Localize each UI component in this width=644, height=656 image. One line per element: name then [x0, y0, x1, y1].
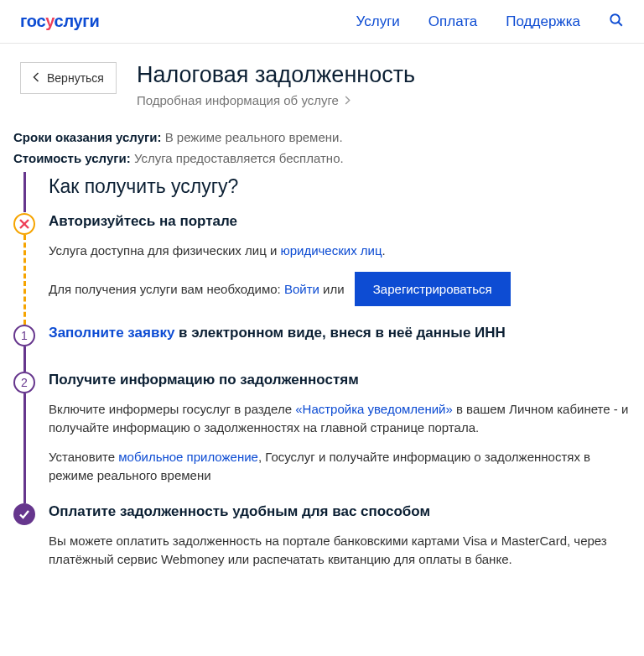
how-to-title: Как получить услугу? [49, 175, 238, 198]
logo-part: гос [20, 12, 45, 30]
logo[interactable]: госуслуги [20, 12, 99, 31]
fact-timing: Сроки оказания услуги: В режиме реальног… [13, 130, 631, 144]
page-title: Налоговая задолженность [137, 62, 415, 88]
steps: Как получить услугу? Авторизуйтесь на по… [0, 172, 644, 607]
nav-payment[interactable]: Оплата [428, 13, 477, 30]
step-text: Включите информеры госуслуг в разделе «Н… [49, 400, 631, 437]
logo-part: у [45, 12, 54, 30]
logo-part: слуги [55, 12, 100, 30]
title-row: Вернуться Налоговая задолженность Подроб… [0, 44, 644, 115]
step-pay: Оплатите задолженность удобным для вас с… [13, 503, 631, 587]
register-button[interactable]: Зарегистрироваться [355, 272, 511, 306]
cross-icon [13, 213, 35, 235]
step-text: Установите мобильное приложение, Госуслу… [49, 448, 631, 485]
connector [23, 346, 26, 372]
main-nav: Услуги Оплата Поддержка [356, 13, 624, 31]
step-text: Вы можете оплатить задолженность на порт… [49, 532, 631, 569]
step-text: Для получения услуги вам необходимо: Вой… [49, 272, 631, 306]
title-block: Налоговая задолженность Подробная информ… [137, 62, 415, 108]
fact-cost: Стоимость услуги: Услуга предоставляется… [13, 151, 631, 165]
fact-value: В режиме реального времени. [165, 130, 343, 144]
header: госуслуги Услуги Оплата Поддержка [0, 0, 644, 44]
back-label: Вернуться [47, 71, 104, 85]
step-number-icon: 2 [13, 372, 35, 393]
service-facts: Сроки оказания услуги: В режиме реальног… [0, 115, 644, 165]
fact-label: Сроки оказания услуги: [13, 130, 162, 144]
step-get-info: 2 Получите информацию по задолженностям … [13, 372, 631, 503]
connector [13, 172, 35, 213]
search-icon[interactable] [609, 13, 624, 31]
step-text: Услуга доступна для физических лиц и юри… [49, 242, 631, 260]
connector [23, 393, 26, 503]
link-fill-application[interactable]: Заполните заявку [49, 325, 174, 341]
step-fill-form: 1 Заполните заявку в электронном виде, в… [13, 325, 631, 372]
link-mobile-app[interactable]: мобильное приложение [118, 450, 258, 464]
link-legal-entities[interactable]: юридических лиц [280, 243, 382, 258]
detailed-info-label: Подробная информация об услуге [137, 93, 339, 107]
link-notification-settings[interactable]: «Настройка уведомлений» [295, 402, 453, 416]
nav-support[interactable]: Поддержка [506, 13, 580, 30]
step-title: Заполните заявку в электронном виде, вне… [49, 325, 631, 341]
chevron-right-icon [344, 93, 351, 107]
fact-value: Услуга предоставляется бесплатно. [134, 151, 344, 165]
chevron-left-icon [33, 71, 40, 85]
step-authorize: Авторизуйтесь на портале Услуга доступна… [13, 213, 631, 325]
step-title: Авторизуйтесь на портале [49, 213, 631, 230]
connector [23, 235, 26, 325]
step-title: Оплатите задолженность удобным для вас с… [49, 503, 631, 520]
back-button[interactable]: Вернуться [20, 62, 117, 94]
check-icon [13, 503, 35, 525]
detailed-info-link[interactable]: Подробная информация об услуге [137, 93, 351, 107]
step-number-icon: 1 [13, 325, 35, 346]
nav-services[interactable]: Услуги [356, 13, 400, 30]
fact-label: Стоимость услуги: [13, 151, 131, 165]
svg-line-1 [618, 22, 622, 26]
svg-point-0 [610, 14, 620, 23]
link-login[interactable]: Войти [284, 282, 319, 296]
step-title: Получите информацию по задолженностям [49, 372, 631, 388]
